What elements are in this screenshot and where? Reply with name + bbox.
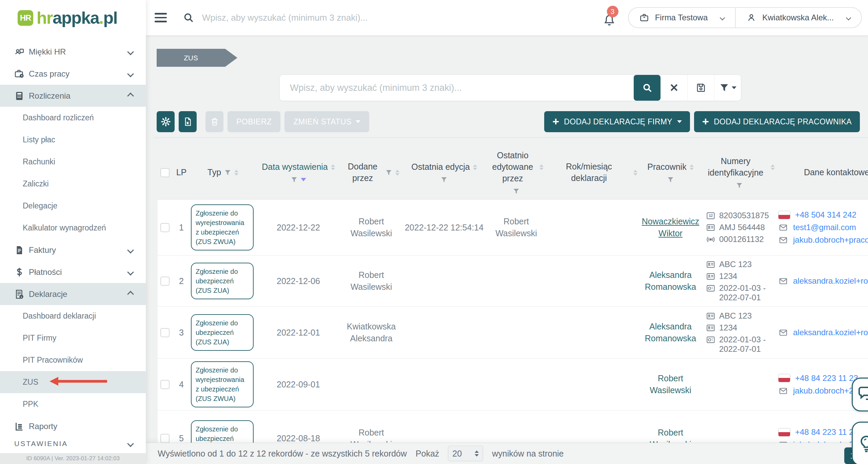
email-link[interactable]: aleksandra.koziel+roma xyxy=(793,276,868,286)
search-button[interactable] xyxy=(634,75,660,101)
phone-link[interactable]: +48 84 223 11 23 xyxy=(795,427,858,437)
help-tips-button[interactable] xyxy=(852,422,868,464)
sidebar-item-deklaracje[interactable]: Deklaracje xyxy=(0,283,146,305)
kontakt-cell: +48 504 314 242 test1@gmail.com jakub.do… xyxy=(775,210,868,245)
sidebar-item-pit-firmy[interactable]: PIT Firmy xyxy=(0,327,146,349)
email-link[interactable]: test1@gmail.com xyxy=(793,223,856,232)
invoice-icon xyxy=(14,245,24,255)
page-size-select[interactable]: 20 xyxy=(448,446,483,461)
sidebar-item-platnosci[interactable]: Płatności xyxy=(0,261,146,283)
sidebar-item-raporty[interactable]: Raporty xyxy=(0,415,146,437)
sidebar-item-ppk[interactable]: PPK xyxy=(0,393,146,415)
filter-icon[interactable] xyxy=(291,176,298,184)
sidebar-item-zus[interactable]: ZUS xyxy=(0,371,146,393)
table-row: 1 Zgłoszenie do wyrejestrowania z ubezpi… xyxy=(158,199,868,256)
download-button[interactable]: POBIERZ xyxy=(228,111,280,132)
sort-icon xyxy=(539,164,544,170)
header-data-wystawienia[interactable]: Data wystawienia xyxy=(262,161,335,184)
table-toolbar: POBIERZ ZMIEŃ STATUS +DODAJ DEKLARACJĘ F… xyxy=(157,111,860,132)
sidebar-item-zaliczki[interactable]: Zaliczki xyxy=(0,173,146,195)
menu-icon[interactable] xyxy=(155,13,167,22)
typ-badge[interactable]: Zgłoszenie do wyrejestrowania z ubezpiec… xyxy=(191,361,254,407)
sidebar-item-faktury[interactable]: Faktury xyxy=(0,239,146,261)
pracownik-link[interactable]: Aleksandra Romanowska xyxy=(642,269,699,293)
global-search-input[interactable] xyxy=(201,12,447,23)
sidebar-item-pit-pracownikow[interactable]: PIT Pracowników xyxy=(0,349,146,371)
filter-button[interactable] xyxy=(714,75,741,101)
plus-icon: + xyxy=(552,116,559,127)
close-icon: ✕ xyxy=(670,82,679,93)
sidebar-item-listy-plac[interactable]: Listy płac xyxy=(0,129,146,151)
dodane-przez-cell: Robert Wasilewski xyxy=(339,216,403,239)
save-filter-button[interactable] xyxy=(687,75,714,101)
header-dodane-przez[interactable]: Dodane przez xyxy=(343,161,399,184)
email-link[interactable]: jakub.dobroch+pracow xyxy=(793,235,868,245)
header-typ[interactable]: Typ xyxy=(208,167,238,178)
filter-icon[interactable] xyxy=(224,169,231,177)
typ-badge[interactable]: Zgłoszenie do ubezpieczeń (ZUS ZUA) xyxy=(191,263,254,299)
filter-icon[interactable] xyxy=(667,176,674,184)
row-checkbox[interactable] xyxy=(160,434,170,443)
filter-icon[interactable] xyxy=(440,176,448,184)
sidebar-item-dashboard-deklaracji[interactable]: Dashboard deklaracji xyxy=(0,305,146,327)
settings-button[interactable] xyxy=(157,111,175,132)
header-rok-miesiac[interactable]: Rok/miesiąc deklaracji xyxy=(548,161,637,184)
chat-button[interactable] xyxy=(852,378,868,411)
sort-icon xyxy=(331,164,335,170)
add-employee-declaration-button[interactable]: +DODAJ DEKLARACJĘ PRACOWNIKA xyxy=(694,111,860,132)
export-excel-button[interactable] xyxy=(179,111,197,132)
row-checkbox[interactable] xyxy=(160,380,170,389)
sidebar-item-delegacje[interactable]: Delegacje xyxy=(0,195,146,217)
brand-logo[interactable]: HR hrappka.pl xyxy=(18,8,117,28)
typ-badge[interactable]: Zgłoszenie do wyrejestrowania z ubezpiec… xyxy=(191,204,254,250)
gear-icon xyxy=(161,117,171,126)
header-ostatnia-edycja[interactable]: Ostatnia edycja xyxy=(411,161,477,184)
save-icon xyxy=(696,83,706,93)
company-selector[interactable]: Firma Testowa xyxy=(629,8,735,27)
numery-cell: ABC 123 1234 2022-01-03 - 2022-07-01 xyxy=(704,311,775,354)
sidebar-item-czas-pracy[interactable]: Czas pracy xyxy=(0,63,146,85)
pracownik-link[interactable]: Robert Wasilewski xyxy=(642,372,699,396)
add-company-declaration-button[interactable]: +DODAJ DEKLARACJĘ FIRMY xyxy=(544,111,690,132)
table-row: 3 Zgłoszenie do ubezpieczeń (ZUS ZUA) 20… xyxy=(158,307,868,359)
row-checkbox[interactable] xyxy=(160,223,170,232)
header-edytowane-przez[interactable]: Ostatnio edytowane przez xyxy=(489,150,544,195)
pracownik-link[interactable]: Nowaczkiewicz Wiktor xyxy=(642,216,699,239)
table-search-input[interactable] xyxy=(280,75,634,101)
header-pracownik[interactable]: Pracownik xyxy=(647,161,693,184)
header-lp[interactable]: LP xyxy=(176,167,187,178)
sidebar-item-dashboard-rozliczen[interactable]: Dashboard rozliczeń xyxy=(0,107,146,129)
signal-icon xyxy=(706,235,716,244)
row-checkbox[interactable] xyxy=(160,328,170,337)
typ-badge[interactable]: Zgłoszenie do ubezpieczeń (ZUS ZUA) xyxy=(191,314,254,351)
filter-icon[interactable] xyxy=(385,169,392,177)
filter-icon[interactable] xyxy=(736,182,743,189)
notifications-button[interactable]: 3 xyxy=(603,7,619,28)
sidebar-item-rachunki[interactable]: Rachunki xyxy=(0,151,146,173)
chevron-down-icon xyxy=(846,15,851,20)
sidebar-item-rozliczenia[interactable]: Rozliczenia xyxy=(0,85,146,107)
lightbulb-icon xyxy=(857,434,868,453)
context-switcher: Firma Testowa Kwiatkowska Alek... xyxy=(628,7,862,28)
email-link[interactable]: aleksandra.koziel+roma xyxy=(793,328,868,337)
phone-link[interactable]: +48 84 223 11 23 xyxy=(795,374,858,383)
mail-icon xyxy=(778,236,788,245)
select-all-checkbox[interactable] xyxy=(160,168,170,177)
pracownik-link[interactable]: Aleksandra Romanowska xyxy=(642,321,699,344)
file-excel-icon xyxy=(183,117,193,126)
delete-button[interactable] xyxy=(205,111,223,132)
user-selector[interactable]: Kwiatkowska Alek... xyxy=(735,8,861,27)
change-status-button[interactable]: ZMIEŃ STATUS xyxy=(284,111,369,132)
sort-icon xyxy=(234,170,238,176)
clear-search-button[interactable]: ✕ xyxy=(660,75,687,101)
header-dane-kontaktowe[interactable]: Dane kontaktowe xyxy=(804,167,868,178)
sidebar-item-ustawienia[interactable]: USTAWIENIA xyxy=(0,435,146,452)
phone-link[interactable]: +48 504 314 242 xyxy=(795,210,856,220)
header-numery[interactable]: Numery identyfikacyjne xyxy=(704,156,775,189)
sidebar-item-kalkulator-wynagrodzen[interactable]: Kalkulator wynagrodzeń xyxy=(0,217,146,239)
soft-hr-icon xyxy=(14,47,24,57)
sidebar-item-miekki-hr[interactable]: Miękki HR xyxy=(0,41,146,63)
filter-icon[interactable] xyxy=(513,187,520,195)
breadcrumb[interactable]: ZUS xyxy=(157,49,237,67)
row-checkbox[interactable] xyxy=(160,277,170,286)
